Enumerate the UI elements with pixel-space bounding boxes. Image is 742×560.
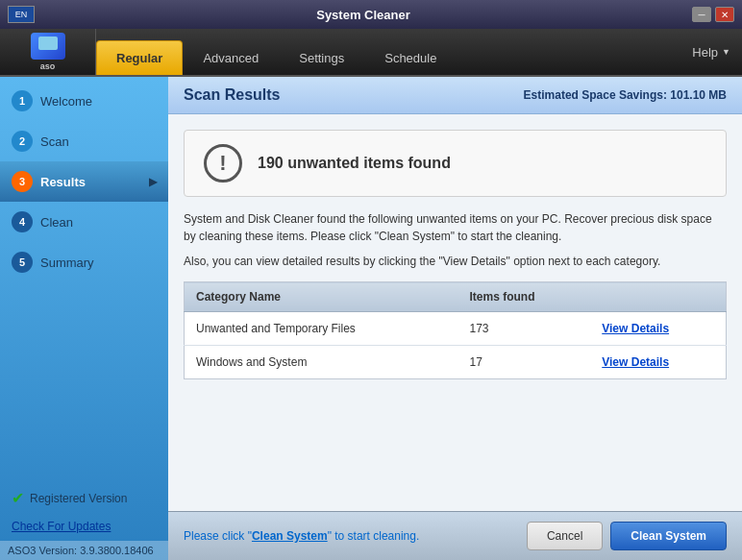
row1-items: 173 xyxy=(458,312,591,346)
sidebar-label-scan: Scan xyxy=(40,134,69,149)
description-2: Also, you can view detailed results by c… xyxy=(184,253,727,270)
description-1: System and Disk Cleaner found the follow… xyxy=(184,210,727,245)
app-title: System Cleaner xyxy=(35,8,692,22)
version-label: ASO3 Version: 3.9.3800.18406 xyxy=(0,541,168,560)
logo-icon xyxy=(31,33,65,60)
sidebar-spacer xyxy=(0,282,168,481)
content-body: ! 190 unwanted items found System and Di… xyxy=(168,114,742,511)
content-title: Scan Results xyxy=(184,86,280,104)
tab-regular[interactable]: Regular xyxy=(96,40,183,75)
sidebar-label-results: Results xyxy=(40,175,86,189)
content-header: Scan Results Estimated Space Savings: 10… xyxy=(168,77,742,114)
footer-buttons: Cancel Clean System xyxy=(527,522,727,550)
tab-schedule[interactable]: Schedule xyxy=(364,40,457,75)
window-controls: ─ ✕ xyxy=(692,7,734,22)
row1-view-details-link[interactable]: View Details xyxy=(602,322,669,335)
step-1-circle: 1 xyxy=(12,90,33,111)
alert-box: ! 190 unwanted items found xyxy=(184,130,727,197)
sidebar-item-scan[interactable]: 2 Scan xyxy=(0,121,168,161)
table-row: Windows and System 17 View Details xyxy=(185,346,727,379)
warning-icon: ! xyxy=(204,144,242,183)
space-savings-text: Estimated Space Savings: 101.10 MB xyxy=(524,88,727,102)
row1-category: Unwanted and Temporary Files xyxy=(185,312,458,346)
step-3-circle: 3 xyxy=(12,171,33,192)
table-row: Unwanted and Temporary Files 173 View De… xyxy=(185,312,727,346)
main-layout: 1 Welcome 2 Scan 3 Results ▶ 4 Clean 5 S… xyxy=(0,77,742,560)
language-flag[interactable]: EN xyxy=(8,6,35,23)
content-footer: Please click "Clean System" to start cle… xyxy=(168,511,742,560)
sidebar-item-welcome[interactable]: 1 Welcome xyxy=(0,81,168,121)
sidebar-item-results[interactable]: 3 Results ▶ xyxy=(0,161,168,202)
col-header-action xyxy=(590,282,726,312)
check-icon: ✔ xyxy=(12,489,24,507)
step-4-circle: 4 xyxy=(12,211,33,232)
registered-badge: ✔ Registered Version xyxy=(0,481,168,515)
title-bar: EN System Cleaner ─ ✕ xyxy=(0,0,742,29)
col-header-category: Category Name xyxy=(185,282,458,312)
results-table: Category Name Items found Unwanted and T… xyxy=(184,281,727,379)
nav-bar: aso Regular Advanced Settings Schedule H… xyxy=(0,29,742,77)
footer-instruction: Please click "Clean System" to start cle… xyxy=(184,529,419,543)
sidebar-label-welcome: Welcome xyxy=(40,94,92,109)
tab-settings[interactable]: Settings xyxy=(279,40,364,75)
step-5-circle: 5 xyxy=(12,252,33,273)
sidebar-label-clean: Clean xyxy=(40,215,73,230)
cancel-button[interactable]: Cancel xyxy=(527,522,603,550)
sidebar-item-summary[interactable]: 5 Summary xyxy=(0,242,168,282)
sidebar-item-clean[interactable]: 4 Clean xyxy=(0,202,168,242)
row2-items: 17 xyxy=(458,346,591,379)
clean-system-button[interactable]: Clean System xyxy=(610,522,727,550)
sidebar: 1 Welcome 2 Scan 3 Results ▶ 4 Clean 5 S… xyxy=(0,77,168,560)
step-2-circle: 2 xyxy=(12,131,33,152)
check-updates-link[interactable]: Check For Updates xyxy=(12,520,111,533)
clean-system-inline-link: Clean System xyxy=(252,529,328,543)
close-button[interactable]: ✕ xyxy=(715,7,734,22)
nav-tabs: Regular Advanced Settings Schedule xyxy=(96,29,680,75)
app-logo: aso xyxy=(0,29,96,75)
alert-message: 190 unwanted items found xyxy=(258,155,451,172)
minimize-button[interactable]: ─ xyxy=(692,7,711,22)
tab-advanced[interactable]: Advanced xyxy=(183,40,279,75)
help-arrow-icon: ▼ xyxy=(722,47,730,57)
logo-text: aso xyxy=(40,61,56,71)
row2-view-details-link[interactable]: View Details xyxy=(602,355,669,369)
check-updates-area: Check For Updates xyxy=(0,515,168,541)
row2-category: Windows and System xyxy=(185,346,458,379)
col-header-items: Items found xyxy=(458,282,591,312)
help-menu[interactable]: Help ▼ xyxy=(680,29,742,75)
sidebar-label-summary: Summary xyxy=(40,256,94,270)
content-area: Scan Results Estimated Space Savings: 10… xyxy=(168,77,742,560)
sidebar-arrow-icon: ▶ xyxy=(149,176,157,188)
registered-label: Registered Version xyxy=(30,492,127,505)
